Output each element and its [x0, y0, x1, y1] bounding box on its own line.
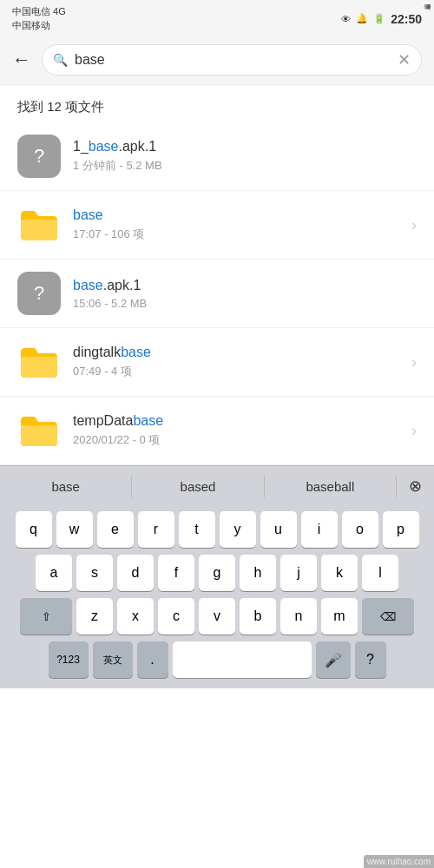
chevron-right-icon: ›	[411, 216, 417, 234]
carrier-info: 中国电信 4G 中国移动	[12, 5, 66, 32]
folder-icon	[17, 340, 61, 384]
lang-button[interactable]: 英文	[93, 641, 133, 678]
name-highlight: base	[89, 139, 119, 154]
search-bar: ← 🔍 ✕	[0, 36, 434, 85]
file-meta: 2020/01/22 - 0 项	[73, 432, 399, 448]
key-f[interactable]: f%	[158, 555, 194, 591]
shift-button[interactable]: ⇧	[20, 598, 72, 635]
key-t[interactable]: t5	[179, 511, 215, 548]
search-input-wrap[interactable]: 🔍 ✕	[42, 44, 422, 76]
key-d[interactable]: d$	[117, 555, 154, 591]
backspace-button[interactable]: ⌫	[362, 598, 414, 635]
key-q[interactable]: q1	[16, 511, 52, 548]
list-item[interactable]: dingtalkbase 07:49 - 4 项 ›	[0, 328, 434, 397]
name-highlight: base	[73, 278, 103, 293]
key-j[interactable]: j-	[280, 555, 317, 591]
watermark: www.ruihao.com	[364, 855, 434, 868]
name-prefix: tempData	[73, 413, 133, 428]
search-icon: 🔍	[53, 53, 68, 67]
app-icon: ?	[17, 135, 61, 178]
name-highlight: base	[121, 345, 151, 359]
file-meta: 15:06 - 5.2 MB	[73, 297, 417, 310]
results-count: 找到 12 项文件	[17, 99, 104, 114]
list-item[interactable]: ? 1_base.apk.1 1 分钟前 - 5.2 MB	[0, 122, 434, 191]
keyboard: q1 w2 e3 r4 t5 y6 u7 i8 o9 p0 a@ s# d$ f…	[0, 506, 434, 688]
space-key[interactable]	[173, 641, 312, 678]
key-k[interactable]: k+	[321, 555, 358, 591]
key-e[interactable]: e3	[97, 511, 134, 548]
name-highlight: base	[73, 207, 103, 222]
question-key[interactable]: ?	[355, 641, 386, 678]
name-suffix: .apk.1	[103, 278, 141, 293]
chevron-right-icon: ›	[411, 422, 417, 440]
key-u[interactable]: u7	[260, 511, 297, 548]
key-a[interactable]: a@	[36, 555, 72, 591]
key-x[interactable]: x	[117, 598, 154, 635]
key-z[interactable]: z	[76, 598, 113, 635]
autocomplete-baseball[interactable]: baseball	[265, 476, 397, 497]
file-info: base 17:07 - 106 项	[73, 207, 399, 242]
list-item[interactable]: tempDatabase 2020/01/22 - 0 项 ›	[0, 397, 434, 465]
carrier1-label: 中国电信 4G	[12, 5, 66, 18]
file-meta: 1 分钟前 - 5.2 MB	[73, 158, 417, 174]
key-g[interactable]: g&	[199, 555, 235, 591]
period-key[interactable]: .	[137, 641, 168, 678]
list-item[interactable]: ? base.apk.1 15:06 - 5.2 MB	[0, 260, 434, 328]
key-b[interactable]: b	[240, 598, 276, 635]
time-label: 22:50	[391, 12, 422, 26]
key-n[interactable]: n	[280, 598, 317, 635]
numbers-button[interactable]: ?123	[49, 641, 89, 678]
file-info: 1_base.apk.1 1 分钟前 - 5.2 MB	[73, 139, 417, 174]
file-info: tempDatabase 2020/01/22 - 0 项	[73, 413, 399, 448]
folder-icon	[17, 409, 61, 452]
file-name: dingtalkbase	[73, 345, 399, 360]
file-info: base.apk.1 15:06 - 5.2 MB	[73, 278, 417, 310]
folder-icon	[17, 203, 61, 247]
keyboard-row-4: ?123 英文 . 🎤 ?	[3, 641, 431, 678]
battery-icon: 🔋	[373, 13, 385, 24]
file-name: base	[73, 207, 399, 223]
file-name: tempDatabase	[73, 413, 399, 429]
autocomplete-based[interactable]: based	[132, 476, 264, 497]
autocomplete-delete-button[interactable]: ⊗	[397, 473, 434, 499]
search-input[interactable]	[75, 52, 391, 68]
list-item[interactable]: base 17:07 - 106 项 ›	[0, 191, 434, 260]
key-h[interactable]: h*	[240, 555, 276, 591]
key-s[interactable]: s#	[76, 555, 113, 591]
name-highlight: base	[133, 413, 163, 428]
status-bar: 中国电信 4G 中国移动 👁 🔔 🔋 22:50	[0, 0, 434, 36]
file-name: base.apk.1	[73, 278, 417, 293]
clear-button[interactable]: ✕	[398, 50, 411, 69]
key-m[interactable]: m	[321, 598, 358, 635]
results-header: 找到 12 项文件	[0, 85, 434, 122]
name-prefix: 1_	[73, 139, 89, 154]
back-button[interactable]: ←	[12, 49, 31, 71]
key-i[interactable]: i8	[301, 511, 338, 548]
key-v[interactable]: v	[199, 598, 235, 635]
eye-icon: 👁	[341, 14, 351, 24]
key-c[interactable]: c	[158, 598, 194, 635]
status-icons: 👁 🔔 🔋 22:50	[341, 12, 422, 26]
autocomplete-base[interactable]: base	[0, 476, 132, 497]
file-meta: 17:07 - 106 项	[73, 227, 399, 242]
bell-icon: 🔔	[356, 13, 368, 24]
keyboard-row-2: a@ s# d$ f% g& h* j- k+ l(	[3, 555, 431, 591]
file-info: dingtalkbase 07:49 - 4 项	[73, 345, 399, 379]
name-suffix: .apk.1	[119, 139, 157, 154]
chevron-right-icon: ›	[411, 353, 417, 372]
name-prefix: dingtalk	[73, 345, 121, 359]
key-l[interactable]: l(	[362, 555, 398, 591]
app-icon: ?	[17, 272, 61, 315]
key-y[interactable]: y6	[220, 511, 256, 548]
keyboard-row-3: ⇧ z x c v b n m ⌫	[3, 598, 431, 635]
file-name: 1_base.apk.1	[73, 139, 417, 155]
carrier2-label: 中国移动	[12, 19, 66, 32]
microphone-button[interactable]: 🎤	[316, 641, 351, 678]
key-r[interactable]: r4	[138, 511, 174, 548]
file-meta: 07:49 - 4 项	[73, 364, 399, 379]
autocomplete-bar: base based baseball ⊗	[0, 465, 434, 506]
keyboard-row-1: q1 w2 e3 r4 t5 y6 u7 i8 o9 p0	[3, 511, 431, 548]
key-p[interactable]: p0	[383, 511, 419, 548]
key-o[interactable]: o9	[342, 511, 378, 548]
key-w[interactable]: w2	[56, 511, 93, 548]
